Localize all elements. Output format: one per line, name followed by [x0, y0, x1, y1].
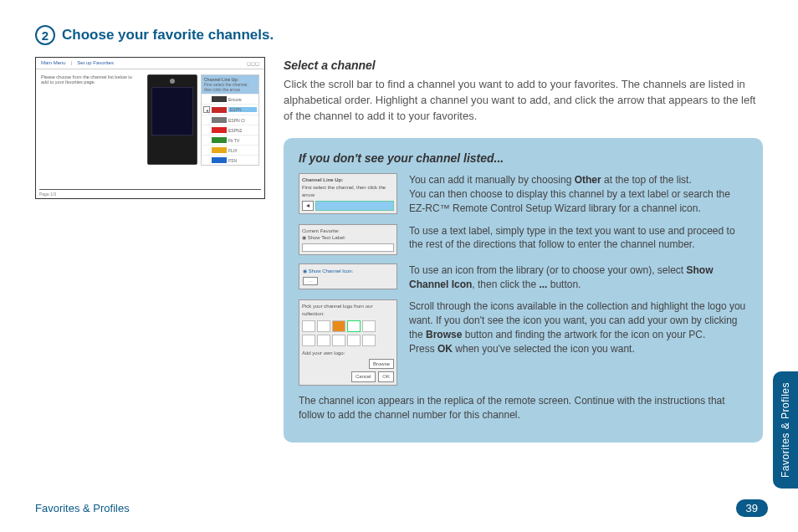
callout-r1: You can add it manually by choosing Othe… [409, 173, 748, 215]
channel-row: Fit TV [202, 135, 258, 145]
remote-preview [147, 74, 197, 165]
callout-r5: The channel icon appears in the replica … [299, 394, 748, 422]
thumb-text-label: Current Favorite: Show Text Label: [299, 224, 397, 255]
left-arrow-icon: ◂ [302, 201, 314, 211]
step-title: Choose your favorite channels. [62, 27, 274, 43]
wizard-instruction: Please choose from the channel list belo… [41, 74, 141, 166]
footer-section: Favorites & Profiles [35, 502, 130, 514]
thumb-channel-icon: Show Channel Icon: … [299, 263, 397, 289]
callout-r3: To use an icon from the library (or to c… [409, 263, 748, 292]
channel-row: Encore [202, 94, 258, 104]
callout-title: If you don't see your channel listed... [299, 150, 748, 166]
wizard-pager: Page 1/3 [39, 189, 261, 197]
channel-row: FLIX [202, 145, 258, 155]
callout-r2: To use a text label, simply type in the … [409, 224, 748, 253]
wizard-screenshot: Main Menu | Set up Favorites ◻◻◻ Please … [35, 57, 265, 199]
crumb-main: Main Menu [41, 60, 66, 66]
select-channel-heading: Select a channel [284, 57, 763, 74]
channel-row: ESPN Cl [202, 115, 258, 125]
channel-row: FSN [202, 155, 258, 165]
crumb-sub: Set up Favorites [77, 60, 114, 66]
thumb-other: Channel Line Up: First select the channe… [299, 173, 397, 214]
thumb-browse: Pick your channel logo from our collecti… [299, 299, 397, 385]
page-number: 39 [736, 499, 768, 517]
callout-r4: Scroll through the icons available in th… [409, 299, 748, 356]
select-channel-text: Click the scroll bar to find a channel y… [284, 77, 763, 125]
lineup-sub: First select the channel, then click the… [204, 82, 248, 92]
channel-row: ◂ESPN [202, 104, 258, 115]
step-number-badge: 2 [35, 25, 55, 45]
callout-box: If you don't see your channel listed... … [284, 138, 763, 442]
channel-list: Channel Line Up: First select the channe… [201, 74, 259, 166]
step-header: 2 Choose your favorite channels. [35, 25, 763, 45]
topbar-icons: ◻◻◻ [247, 60, 259, 66]
channel-row: ESPN2 [202, 125, 258, 135]
side-tab: Favorites & Profiles [773, 371, 798, 489]
